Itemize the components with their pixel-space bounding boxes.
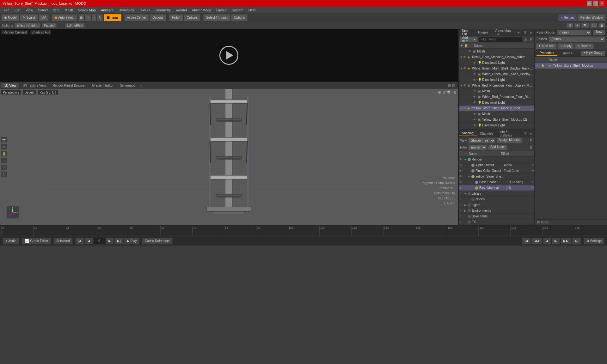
filter-select[interactable]: (none) — [468, 145, 487, 150]
maximize-btn[interactable]: □ — [593, 1, 598, 6]
menu-help[interactable]: Help — [246, 8, 258, 13]
tab-properties[interactable]: Properties — [536, 51, 557, 56]
group-row-selected[interactable]: 👁 🔒 ◈ Yellow_Store_Shelf_Mockup — [535, 63, 607, 69]
il-more-icon[interactable]: ▸ — [529, 30, 534, 35]
paused-value[interactable]: Paused — [42, 23, 57, 28]
vis-icon[interactable]: 👁 — [473, 124, 478, 127]
timeline-ruler[interactable]: 0122436486072849610812013214415616818019… — [1, 226, 606, 236]
vis-icon[interactable]: 👁 — [473, 118, 478, 121]
vp-lock-icon[interactable]: 🔒 — [1, 151, 7, 156]
list-item[interactable]: 👁 ▣ Yellow_Store_Shelf_Mockup (2) — [459, 117, 534, 123]
list-item[interactable]: 👁 💡 Directional Light — [459, 77, 534, 83]
list-item[interactable]: 👁 💡 Directional Light — [459, 60, 534, 66]
menu-maxtomodo[interactable]: MaxToModo — [190, 8, 214, 13]
shader-label[interactable]: Default — [23, 90, 36, 94]
sh-expand-icon[interactable]: ▼ — [468, 175, 471, 178]
transform-btn-2[interactable]: ↔ — [85, 14, 91, 21]
view-icon-2[interactable]: + — [574, 23, 580, 28]
groups-list[interactable]: 👁 🔒 ◈ Yellow_Store_Shelf_Mockup — [535, 63, 607, 219]
audio-btn[interactable]: ♪ Audio — [3, 238, 19, 245]
shader-row-fx[interactable]: 👁 FX — [459, 219, 534, 225]
tr-icon-4[interactable]: ▶ — [552, 238, 560, 245]
vis-icon[interactable]: 👁 — [463, 55, 468, 59]
menu-edit[interactable]: Edit — [12, 8, 23, 13]
perspective-label[interactable]: Perspective — [1, 90, 21, 94]
vp-sel-icon[interactable]: ⬚ — [1, 165, 7, 170]
tab-render-preset-browser[interactable]: Render Preset Browser — [50, 83, 89, 88]
back-btn[interactable]: ◀ — [85, 238, 93, 245]
list-item[interactable]: ▼ 👁 ◈ White_Red_Promotion_Floor_Display_… — [459, 83, 534, 88]
sh-vis-icon[interactable]: 👁 — [459, 163, 464, 167]
sh-effect-arrow[interactable]: ▾ — [532, 163, 534, 167]
vis-icon[interactable]: 👁 — [463, 106, 468, 110]
vis-icon[interactable]: 👁 — [463, 67, 468, 70]
lut-value[interactable]: LUT: sRGB — [65, 23, 85, 28]
ray-gl-label[interactable]: Ray GL: Off — [38, 90, 58, 94]
tab-schematic[interactable]: Schematic — [117, 83, 138, 88]
filter-s-icon[interactable]: S — [529, 145, 533, 150]
vis-icon[interactable]: 👁 — [473, 112, 478, 116]
sh-vis-icon[interactable]: 👁 — [459, 169, 464, 173]
menu-animate[interactable]: Animate — [98, 8, 116, 13]
tab-gradient-editor[interactable]: Gradient Editor — [89, 83, 117, 88]
sh-vis-icon[interactable]: 👁 — [459, 158, 464, 161]
tab-images[interactable]: Images — [475, 30, 492, 35]
auto-add-btn[interactable]: ✦ Auto Add — [536, 43, 557, 49]
vp-cam-icon[interactable]: 📷 — [1, 137, 7, 143]
tab-channels[interactable]: Channels — [477, 131, 496, 136]
vis-icon[interactable]: 👁 — [473, 101, 478, 104]
tab-info-statistics[interactable]: Info & Statistics — [496, 130, 522, 138]
action-center-btn[interactable]: Action Center — [124, 14, 149, 21]
shader-row-lights[interactable]: 👁 ▶ Lights — [459, 202, 534, 208]
viewport[interactable]: Perspective Default Ray GL: Off ⚙ ↺ 🔍 ⚙ … — [0, 89, 458, 225]
shader-row-final-color[interactable]: 👁 Final Color Output Final Color ▾ — [459, 168, 534, 174]
menu-dynamics[interactable]: Dynamics — [116, 8, 136, 13]
vp-extra-icon[interactable]: ⚙ — [453, 90, 457, 95]
sh-expand-icon[interactable]: ▼ — [464, 158, 468, 161]
expand-icon[interactable]: ▼ — [459, 67, 463, 70]
vis-icon[interactable]: 👁 — [473, 89, 478, 93]
menu-file[interactable]: File — [1, 8, 12, 13]
animated-btn[interactable]: Animated — [53, 238, 72, 245]
vp-settings-icon[interactable]: ⚙ — [438, 90, 441, 95]
shader-tree[interactable]: 👁 ▼ Render 👁 Alpha Output Alpha ▾ — [459, 157, 534, 225]
frame-input[interactable] — [94, 238, 105, 245]
options-btn-2[interactable]: Options — [184, 14, 200, 21]
sh-vis-icon[interactable]: 👁 — [459, 180, 464, 184]
expand-icon[interactable]: ▼ — [459, 56, 463, 59]
view-icon-5[interactable]: ▦ — [598, 23, 605, 28]
vp-zoom-icon[interactable]: 🔍 — [447, 90, 452, 95]
menu-view[interactable]: View — [23, 8, 36, 13]
list-item[interactable]: 👁 ▣ White_Red_Promotion_Floor_Display ..… — [459, 94, 534, 100]
shader-row-alpha-output[interactable]: 👁 Alpha Output Alpha ▾ — [459, 162, 534, 168]
shader-row-environments[interactable]: 👁 ▶ Environments — [459, 208, 534, 214]
shader-tree-select[interactable]: Shader Tree — [468, 138, 495, 143]
add-view-tab-btn[interactable]: + — [138, 83, 144, 88]
list-item[interactable]: ▼ 👁 ◈ Retail_Floor_Standing_Display_Whit… — [459, 54, 534, 60]
tr-icon-3[interactable]: ◀ — [543, 238, 551, 245]
menu-system[interactable]: System — [229, 8, 246, 13]
tab-3d-view[interactable]: 3D View — [1, 83, 20, 88]
fwd-btn[interactable]: ▶ — [106, 238, 114, 245]
sh-expand-icon[interactable]: ▶ — [464, 203, 468, 207]
list-item-selected[interactable]: ▼ 👁 ◈ Yellow_Store_Shelf_Mockup_mod... — [459, 106, 534, 111]
vis-icon[interactable]: 👁 — [473, 72, 478, 76]
sh-effect-arrow[interactable]: ▾ — [532, 169, 534, 173]
select-through-btn[interactable]: Select Through — [203, 14, 230, 21]
tab-uv-texture-view[interactable]: UV Texture View — [20, 83, 50, 88]
prev-frame-btn[interactable]: |◀ — [75, 238, 84, 245]
vp-nav-icon[interactable]: ↕ — [1, 158, 7, 163]
sh-vis-icon[interactable]: 👁 — [459, 186, 464, 190]
assign-material-btn[interactable]: Assign Material — [497, 138, 523, 143]
shader-row-base-material[interactable]: 👁 Base Material (all) ▾ — [459, 185, 534, 191]
vis-icon[interactable]: 👁 — [463, 84, 468, 87]
passes-select[interactable]: (none) — [549, 36, 605, 42]
tr-icon-5[interactable]: ▶▶ — [561, 238, 571, 245]
window-controls[interactable]: ─ □ ✕ — [587, 1, 604, 6]
vis-icon[interactable]: 👁 — [473, 78, 478, 82]
expand-icon[interactable]: ▼ — [459, 107, 463, 110]
transform-btn-3[interactable]: ↕ — [92, 14, 96, 21]
tr-icon-1[interactable]: |◀ — [522, 238, 531, 245]
vis-icon[interactable]: 👁 — [473, 61, 478, 64]
menu-select[interactable]: Select — [35, 8, 50, 13]
